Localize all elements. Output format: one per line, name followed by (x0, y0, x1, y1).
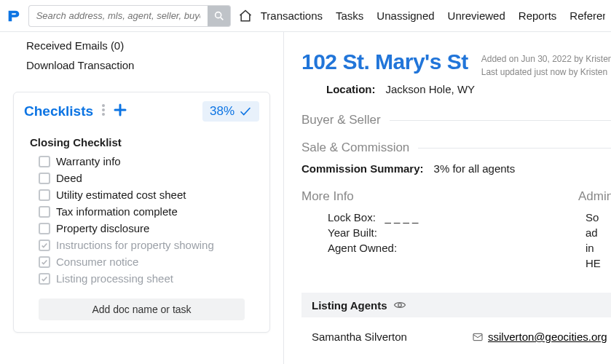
last-updated-text: Last updated just now by Kristen (481, 66, 611, 79)
add-checklist-button[interactable] (114, 103, 127, 119)
listing-agents-title: Listing Agents (312, 299, 387, 312)
checklist-item: Property disclosure (39, 220, 259, 237)
checkbox[interactable] (39, 189, 50, 201)
year-built-label: Year Built: (328, 226, 377, 239)
checklists-title: Checklists (24, 103, 93, 119)
checklist-group-title: Closing Checklist (30, 136, 122, 149)
checklist-item: Warranty info (39, 153, 259, 170)
checklist-items: Warranty info Deed Utility estimated cos… (14, 153, 269, 291)
sale-commission-title: Sale & Commission (301, 141, 611, 155)
buyer-seller-section: Buyer & Seller (301, 113, 611, 127)
checklist-progress-badge[interactable]: 38% (202, 101, 259, 122)
search-button[interactable] (208, 5, 231, 27)
nav-unassigned[interactable]: Unassigned (377, 9, 434, 22)
added-on-text: Added on Jun 30, 2022 by Kristen (481, 52, 611, 66)
checklist-item-label[interactable]: Instructions for property showing (56, 239, 214, 251)
home-button[interactable] (237, 7, 255, 25)
checklist-item: Consumer notice (39, 253, 259, 270)
checklist-item-label[interactable]: Listing processing sheet (56, 272, 173, 285)
admin-info-col: Admin Info So ad in HE (578, 189, 611, 271)
lock-box-row: Lock Box: _ _ _ _ (301, 210, 549, 225)
buyer-seller-title: Buyer & Seller (301, 113, 611, 127)
more-vertical-icon (102, 104, 105, 116)
admin-info-title: Admin Info (578, 189, 611, 204)
main-nav: Transactions Tasks Unassigned Unreviewed… (261, 9, 605, 22)
location-row: Location: Jackson Hole, WY (301, 79, 611, 100)
email-icon (472, 331, 484, 343)
svg-point-4 (102, 113, 105, 116)
checklist-item-label[interactable]: Property disclosure (56, 222, 149, 234)
checkbox[interactable] (39, 223, 50, 234)
location-value: Jackson Hole, WY (386, 83, 476, 95)
property-title: 102 St. Mary's St (301, 50, 468, 74)
lock-box-value: _ _ _ _ (385, 211, 418, 223)
checklists-header: Checklists 38% (14, 92, 269, 129)
plus-icon (114, 103, 127, 116)
checklist-percent: 38% (210, 104, 234, 119)
listing-agents-header: Listing Agents (301, 293, 611, 317)
admin-line: in (578, 240, 611, 256)
checklist-item-label[interactable]: Utility estimated cost sheet (56, 189, 186, 201)
checklist-item-label[interactable]: Deed (56, 172, 82, 184)
title-row: 102 St. Mary's St Added on Jun 30, 2022 … (301, 50, 611, 79)
checklist-group-toggle[interactable]: Closing Checklist (14, 129, 269, 153)
svg-point-0 (215, 12, 221, 17)
search-input[interactable] (28, 5, 208, 27)
more-info-col: More Info Lock Box: _ _ _ _ Year Built: … (301, 189, 549, 271)
checkbox[interactable] (39, 173, 50, 184)
main-layout: Received Emails (0) Download Transaction… (0, 32, 611, 364)
checklists-card: Checklists 38% Closing Checklist (13, 92, 270, 333)
agent-row: Samantha Silverton ssilverton@geocities.… (301, 317, 611, 343)
checklist-item-label[interactable]: Warranty info (56, 155, 121, 167)
nav-references[interactable]: References (569, 9, 605, 22)
nav-unreviewed[interactable]: Unreviewed (448, 9, 505, 22)
left-links: Received Emails (0) Download Transaction (0, 32, 283, 84)
admin-line: So (578, 210, 611, 225)
checklist-item: Instructions for property showing (39, 237, 259, 253)
eye-icon[interactable] (393, 298, 406, 312)
nav-reports[interactable]: Reports (519, 9, 557, 22)
received-emails-link[interactable]: Received Emails (0) (26, 39, 257, 52)
checklist-item-label[interactable]: Consumer notice (56, 256, 138, 268)
app-logo[interactable] (6, 7, 23, 25)
search-bar (28, 5, 232, 27)
checklist-item-label[interactable]: Tax information complete (56, 205, 178, 218)
checkmark-icon (239, 105, 252, 118)
agent-email-link[interactable]: ssilverton@geocities.org (488, 331, 607, 343)
agent-owned-label: Agent Owned: (328, 242, 397, 254)
more-info-title: More Info (301, 189, 549, 204)
download-transaction-link[interactable]: Download Transaction (26, 59, 257, 71)
nav-tasks[interactable]: Tasks (336, 9, 363, 22)
search-icon (213, 10, 225, 22)
admin-line: HE (578, 256, 611, 271)
info-columns: More Info Lock Box: _ _ _ _ Year Built: … (301, 189, 611, 271)
checkbox[interactable] (39, 273, 50, 285)
svg-point-2 (102, 104, 105, 107)
svg-rect-8 (473, 333, 482, 340)
detail-panel: 102 St. Mary's St Added on Jun 30, 2022 … (284, 32, 611, 364)
commission-row: Commission Summary: 3% for all agents (301, 155, 611, 175)
home-icon (238, 9, 253, 23)
year-built-row: Year Built: (301, 225, 549, 240)
nav-transactions[interactable]: Transactions (261, 9, 323, 22)
agent-name: Samantha Silverton (312, 331, 457, 343)
checklists-menu-button[interactable] (100, 104, 106, 119)
checklist-item: Tax information complete (39, 203, 259, 220)
commission-value: 3% for all agents (434, 162, 516, 175)
checklist-item: Utility estimated cost sheet (39, 186, 259, 203)
checkbox[interactable] (39, 206, 50, 218)
admin-line: ad (578, 225, 611, 240)
agent-email: ssilverton@geocities.org (472, 331, 607, 343)
checkbox[interactable] (39, 256, 50, 268)
svg-point-3 (102, 108, 105, 111)
add-task-button[interactable]: Add doc name or task (39, 298, 245, 320)
property-meta: Added on Jun 30, 2022 by Kristen Last up… (481, 50, 611, 79)
agent-owned-row: Agent Owned: (301, 240, 549, 256)
checkbox[interactable] (39, 156, 50, 167)
lock-box-label: Lock Box: (328, 211, 376, 223)
checkbox[interactable] (39, 240, 50, 251)
location-label: Location: (326, 83, 376, 95)
checklist-item: Deed (39, 170, 259, 186)
left-panel: Received Emails (0) Download Transaction… (0, 32, 284, 364)
sale-commission-section: Sale & Commission Commission Summary: 3%… (301, 141, 611, 175)
